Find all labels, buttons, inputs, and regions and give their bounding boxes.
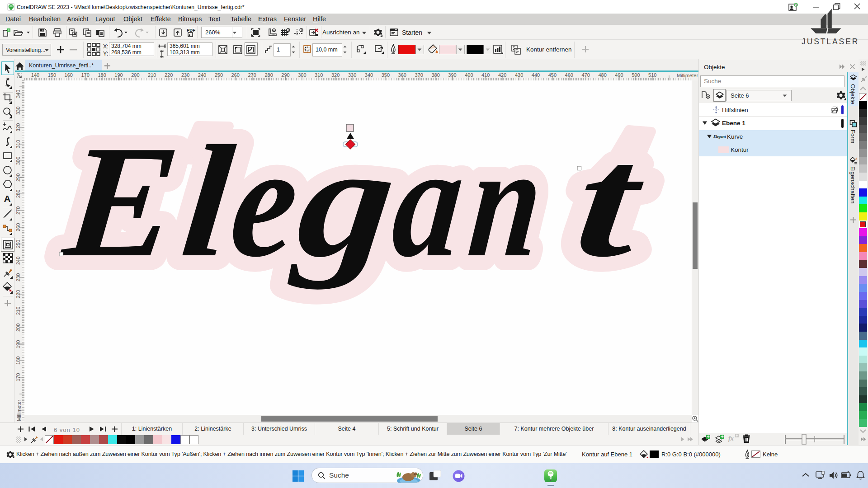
svg-text:PDF: PDF (187, 28, 195, 33)
svg-text:E: E (55, 112, 186, 290)
svg-text:n: n (462, 112, 550, 290)
svg-text:A: A (4, 194, 11, 204)
svg-text:t: t (569, 112, 653, 290)
